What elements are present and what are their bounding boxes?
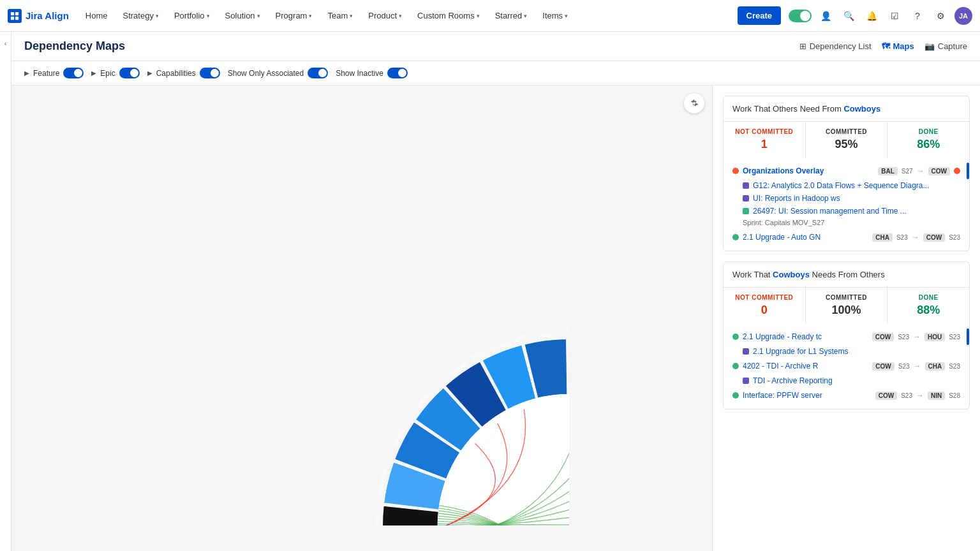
nav-solution[interactable]: Solution▾ xyxy=(219,7,267,24)
badge-hou-1: HOU xyxy=(924,333,945,341)
epic-toggle[interactable] xyxy=(119,68,140,78)
item-title-5[interactable]: Interface: PPFW server xyxy=(743,391,872,400)
sub-item-text[interactable]: 2.1 Upgrade for L1 Systems xyxy=(753,347,848,356)
search-icon[interactable]: 🔍 xyxy=(840,7,858,25)
list-item[interactable]: Organizations Overlay BAL S27 → COW xyxy=(724,163,969,179)
status-dot xyxy=(732,392,739,399)
help-users-icon[interactable]: 👤 xyxy=(817,7,835,25)
sub-dot xyxy=(743,182,749,189)
cowboys-link-2[interactable]: Cowboys xyxy=(773,270,810,279)
nav-product[interactable]: Product▾ xyxy=(362,7,408,24)
feature-arrow: ▶ xyxy=(24,70,29,77)
page-wrapper: ‹ Dependency Maps ⊞ Dependency List 🗺 Ma… xyxy=(0,32,980,551)
nav-team[interactable]: Team▾ xyxy=(321,7,359,24)
help-icon[interactable]: ? xyxy=(909,7,926,25)
sub-item-text[interactable]: 26497: UI: Session management and Time .… xyxy=(753,207,907,216)
to-status-dot xyxy=(954,168,960,174)
from-badge-2: CHA xyxy=(872,233,893,242)
item-title-4[interactable]: 4202 - TDI - Archive R xyxy=(743,362,868,371)
status-dot xyxy=(732,234,739,240)
nav-strategy[interactable]: Strategy▾ xyxy=(116,7,165,24)
sprint-meta: Sprint: Capitals MOV_S27 xyxy=(724,217,969,229)
list-item[interactable]: Interface: PPFW server COW S23 → NIN S28 xyxy=(724,387,969,404)
svg-rect-2 xyxy=(11,16,14,19)
not-committed-stat-1: NOT COMMITTED 1 xyxy=(724,122,806,158)
sub-dot xyxy=(743,195,749,202)
done-stat-1: DONE 86% xyxy=(887,122,969,158)
arrow-1: → xyxy=(917,166,924,175)
notifications-icon[interactable]: 🔔 xyxy=(863,7,880,25)
capabilities-filter[interactable]: ▶ Capabilities xyxy=(147,68,220,78)
item-title-3[interactable]: 2.1 Upgrade - Ready tc xyxy=(743,332,868,341)
sub-item-text[interactable]: G12: Analytics 2.0 Data Flows + Sequence… xyxy=(753,181,929,190)
list-item[interactable]: TDI - Archive Reporting xyxy=(724,374,969,387)
list-item[interactable]: 2.1 Upgrade - Ready tc COW S23 → HOU S23 xyxy=(724,328,969,345)
svg-rect-1 xyxy=(15,11,19,15)
work-cowboys-needs-items: 2.1 Upgrade - Ready tc COW S23 → HOU S23… xyxy=(724,323,969,409)
logo-text: Jira Align xyxy=(26,10,69,21)
work-from-cowboys-header: Work That Others Need From Cowboys xyxy=(724,96,969,121)
show-inactive-filter[interactable]: Show Inactive xyxy=(336,68,408,78)
from-sprint-1: S27 xyxy=(902,168,913,175)
sub-item-text[interactable]: UI: Reports in Hadoop ws xyxy=(753,194,840,203)
scroll-indicator-2 xyxy=(967,328,969,345)
list-item[interactable]: G12: Analytics 2.0 Data Flows + Sequence… xyxy=(724,179,969,192)
list-item[interactable]: 4202 - TDI - Archive R COW S23 → CHA S23 xyxy=(724,358,969,374)
nav-items[interactable]: Items▾ xyxy=(536,7,574,24)
list-item[interactable]: 26497: UI: Session management and Time .… xyxy=(724,205,969,217)
work-from-cowboys-items: Organizations Overlay BAL S27 → COW G12:… xyxy=(724,158,969,251)
work-from-cowboys-section: Work That Others Need From Cowboys NOT C… xyxy=(723,96,970,251)
epic-filter[interactable]: ▶ Epic xyxy=(91,68,139,78)
create-button[interactable]: Create xyxy=(738,6,781,25)
cowboys-link-1[interactable]: Cowboys xyxy=(843,104,880,114)
page-title: Dependency Maps xyxy=(24,40,125,53)
nav-custom-rooms[interactable]: Custom Rooms▾ xyxy=(411,7,486,24)
cap-arrow: ▶ xyxy=(147,70,152,77)
logo[interactable]: Jira Align xyxy=(8,9,69,23)
sidebar-toggle[interactable]: ‹ xyxy=(0,32,11,551)
show-only-associated-filter[interactable]: Show Only Associated xyxy=(228,68,328,78)
item-title[interactable]: Organizations Overlay xyxy=(743,166,874,175)
maps-link[interactable]: 🗺 Maps xyxy=(882,41,914,51)
capture-link[interactable]: 📷 Capture xyxy=(924,41,967,51)
feature-filter[interactable]: ▶ Feature xyxy=(24,68,84,78)
header-actions: ⊞ Dependency List 🗺 Maps 📷 Capture xyxy=(799,41,967,51)
list-item[interactable]: UI: Reports in Hadoop ws xyxy=(724,192,969,205)
status-dot xyxy=(732,168,739,174)
cap-toggle[interactable] xyxy=(200,68,220,78)
nav-home[interactable]: Home xyxy=(79,7,114,24)
work-needs-stats: NOT COMMITTED 0 COMMITTED 100% DONE 88% xyxy=(724,287,969,323)
right-panel: Work That Others Need From Cowboys NOT C… xyxy=(712,85,980,551)
assoc-toggle[interactable] xyxy=(308,68,328,78)
sub-item-text[interactable]: TDI - Archive Reporting xyxy=(753,376,833,385)
nav-portfolio[interactable]: Portfolio▾ xyxy=(168,7,216,24)
chart-settings-button[interactable] xyxy=(684,93,704,114)
list-item[interactable]: 2.1 Upgrade - Auto GN CHA S23 → COW S23 xyxy=(724,229,969,246)
chord-diagram[interactable]: Cross-Portfolio TeamPurple DialsAITigerT… xyxy=(154,111,569,525)
nav-program[interactable]: Program▾ xyxy=(269,7,319,24)
work-cowboys-needs-header: Work That Cowboys Needs From Others xyxy=(724,262,969,287)
from-sprint-2: S23 xyxy=(896,234,908,241)
avatar[interactable]: JA xyxy=(954,7,972,25)
item-title-2[interactable]: 2.1 Upgrade - Auto GN xyxy=(743,233,868,242)
committed-stat-2: COMMITTED 100% xyxy=(806,288,888,323)
inactive-toggle[interactable] xyxy=(387,68,408,78)
tasks-icon[interactable]: ☑ xyxy=(886,7,903,25)
from-badge-1: BAL xyxy=(878,167,898,175)
work-from-stats: NOT COMMITTED 1 COMMITTED 95% DONE 86% xyxy=(724,121,969,158)
epic-arrow: ▶ xyxy=(91,70,96,77)
dep-list-link[interactable]: ⊞ Dependency List xyxy=(799,41,872,51)
list-item[interactable]: 2.1 Upgrade for L1 Systems xyxy=(724,345,969,358)
svg-rect-0 xyxy=(11,11,14,15)
chart-area: Cross-Portfolio TeamPurple DialsAITigerT… xyxy=(11,85,712,551)
badge-cha-1: CHA xyxy=(925,362,946,371)
scroll-indicator xyxy=(967,163,969,179)
badge-cow-1: COW xyxy=(872,333,894,341)
nav-starred[interactable]: Starred▾ xyxy=(489,7,534,24)
work-cowboys-needs-section: Work That Cowboys Needs From Others NOT … xyxy=(723,261,970,409)
env-toggle[interactable] xyxy=(789,10,812,22)
feature-toggle[interactable] xyxy=(63,68,84,78)
badge-cow-2: COW xyxy=(872,362,894,371)
settings-icon[interactable]: ⚙ xyxy=(932,7,949,25)
badge-cow-3: COW xyxy=(875,392,897,400)
